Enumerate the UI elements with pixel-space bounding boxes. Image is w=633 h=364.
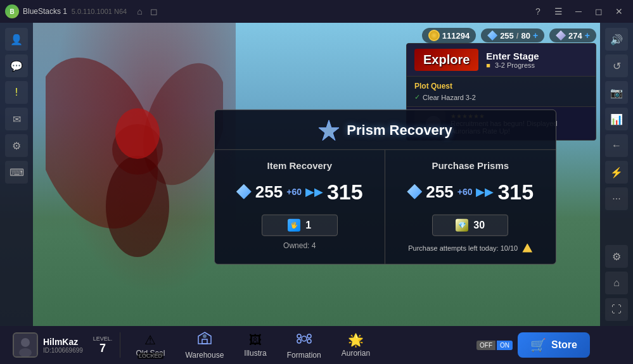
prisms-display: 255 / 80 + [481,28,544,42]
purchase-arrows-icon: ▶▶ [476,185,494,199]
dialog-title: Prism Recovery [347,122,452,138]
character-silhouette [33,23,236,326]
purchase-prisms-col: Purchase Prisms 255 +60 ▶▶ 315 💎 30 Purc… [385,149,556,263]
macro-icon[interactable]: ⚡ [605,161,628,184]
mail-icon[interactable]: ✉ [5,108,28,130]
svg-point-9 [21,338,30,347]
store-icon: 🛒 [530,337,546,353]
coin-icon [428,30,440,41]
item-input[interactable]: 🖐 1 [262,214,338,235]
svg-rect-12 [202,339,207,344]
prism-recovery-dialog: Prism Recovery Item Recovery 255 +60 ▶▶ … [214,109,556,264]
nav-item-old-seal[interactable]: ⚠ Old Seal LOCKED [125,330,175,360]
character-area [33,23,236,326]
player-avatar-icon[interactable]: 👤 [5,28,28,51]
purchase-input[interactable]: 💎 30 [432,214,508,235]
help-button[interactable]: ? [529,4,547,19]
diamonds-display: 274 + [549,28,596,42]
svg-point-15 [297,334,301,338]
arrows-icon: ▶▶ [305,185,323,199]
warning-icon [522,243,532,253]
owned-count: Owned: 4 [283,241,316,249]
nav-items: ⚠ Old Seal LOCKED Warehouse 🖼 Illustra [125,329,476,362]
formation-icon [297,331,312,349]
home-icon[interactable]: ⌂ [137,6,142,16]
diamond-plus-button[interactable]: + [585,30,590,41]
coins-display: 111294 [422,28,476,43]
settings-icon[interactable]: ⚙ [5,134,28,157]
stage-info: Enter Stage ■ 3-2 Progress [486,51,539,69]
purchase-title: Purchase Prisms [432,160,509,170]
top-hud: 111294 255 / 80 + 274 + [422,28,596,43]
bottom-nav: HilmKaz ID:100669699 LEVEL. 7 ⚠ Old Seal… [0,326,633,364]
svg-point-18 [307,339,311,343]
aurorian-icon: 🌟 [348,332,364,348]
item-recovery-calc: 255 +60 ▶▶ 315 [236,179,363,204]
chat-icon[interactable]: 💬 [5,54,28,77]
character-svg [46,48,223,301]
item-icon: 🖐 [288,218,300,231]
dialog-body: Item Recovery 255 +60 ▶▶ 315 🖐 1 Owned: … [215,149,556,263]
bluestacks-logo: B [5,4,19,18]
maximize-button[interactable]: ◻ [590,4,608,19]
prism-icon [487,30,497,41]
profile-avatar[interactable] [13,332,38,358]
home2-icon[interactable]: ⌂ [605,272,628,294]
store-button[interactable]: 🛒 Store [518,332,590,358]
nav-item-illustra[interactable]: 🖼 Illustra [234,330,276,360]
nav-item-formation[interactable]: Formation [277,329,331,362]
svg-point-14 [302,336,307,341]
quest-panel: Plot Quest ✓ Clear Hazard 3-2 [407,76,596,106]
prism-diamond-icon [236,184,252,199]
svg-marker-7 [319,120,339,140]
title-bar-icons: ⌂ ◻ [137,6,157,16]
dialog-icon [317,118,340,141]
menu-button[interactable]: ☰ [549,4,567,19]
purchase-diamond-icon [407,184,422,199]
rotate-icon[interactable]: ↺ [605,54,628,77]
fullscreen-icon[interactable]: ⛶ [605,298,628,321]
svg-point-4 [115,108,160,159]
window-icon[interactable]: ◻ [150,6,158,16]
profile-level: LEVEL. 7 [93,336,113,355]
volume-icon[interactable]: 🔊 [605,28,628,51]
keyboard-icon[interactable]: ⌨ [5,161,28,184]
nav-item-warehouse[interactable]: Warehouse [175,329,234,362]
svg-point-13 [203,334,207,338]
alert-icon[interactable]: ! [5,81,28,104]
dialog-title-bar: Prism Recovery [215,110,556,149]
performance-icon[interactable]: 📊 [605,108,628,130]
right-sidebar: 🔊 ↺ 📷 📊 ← ⚡ ··· ⚙ ⌂ ⛶ [600,23,633,326]
minimize-button[interactable]: ─ [570,4,587,19]
nav-profile: HilmKaz ID:100669699 LEVEL. 7 [5,332,120,358]
window-controls: ? ☰ ─ ◻ ✕ [529,4,628,19]
svg-point-17 [297,339,301,343]
title-bar: B BlueStacks 1 5.0.110.1001 N64 ⌂ ◻ ? ☰ … [0,0,633,23]
svg-point-16 [307,334,311,338]
profile-info: HilmKaz ID:100669699 [43,337,83,354]
item-recovery-col: Item Recovery 255 +60 ▶▶ 315 🖐 1 Owned: … [215,149,386,263]
close-button[interactable]: ✕ [610,4,628,19]
diamond-icon [556,30,566,41]
nav-toggle[interactable]: OFF ON [476,341,513,350]
purchase-attempts: Purchase attempts left today: 10/10 [408,243,532,253]
back-icon[interactable]: ← [605,134,628,157]
quest-item: ✓ Clear Hazard 3-2 [414,93,588,101]
prism-plus-button[interactable]: + [533,30,538,41]
settings2-icon[interactable]: ⚙ [605,245,628,268]
app-title: BlueStacks 1 5.0.110.1001 N64 [23,7,127,16]
item-recovery-title: Item Recovery [267,160,332,170]
warehouse-icon [197,331,212,349]
illustra-icon: 🖼 [249,333,262,348]
purchase-calc: 255 +60 ▶▶ 315 [407,179,534,204]
more-icon[interactable]: ··· [605,187,628,210]
purchase-icon: 💎 [456,218,468,231]
left-sidebar: 👤 💬 ! ✉ ⚙ ⌨ [0,23,33,326]
screenshot-icon[interactable]: 📷 [605,81,628,104]
nav-item-aurorian[interactable]: 🌟 Aurorian [331,330,380,360]
explore-button[interactable]: Explore [414,49,478,71]
old-seal-icon: ⚠ [144,332,156,348]
explore-header: Explore Enter Stage ■ 3-2 Progress [407,44,596,76]
